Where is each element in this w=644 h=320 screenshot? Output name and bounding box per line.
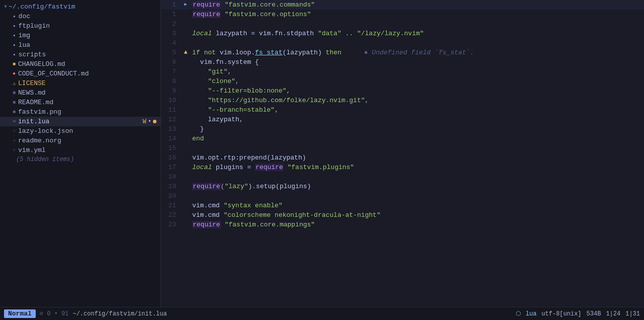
sidebar-item-lua[interactable]: ▪ lua: [0, 40, 160, 50]
line-number: 16: [161, 153, 181, 163]
status-encoding: utf-8[unix]: [541, 310, 581, 317]
file-icon: ●: [13, 71, 16, 76]
sidebar-item-label: LICENSE: [18, 79, 46, 87]
line-number: 13: [161, 124, 181, 134]
line-content: end: [190, 134, 644, 143]
sidebar-item-label: CODE_OF_CONDUCT.md: [18, 70, 89, 77]
line-number: 11: [161, 105, 181, 115]
code-line: 10 "https://github.com/folke/lazy.nvim.g…: [161, 96, 644, 105]
code-line: 14 end: [161, 134, 644, 143]
line-number: 15: [161, 143, 181, 153]
line-number: 8: [161, 76, 181, 86]
sidebar-item-label: lua: [19, 41, 30, 49]
line-number: 21: [161, 201, 181, 210]
code-line: 5 ▲ if not vim.loop.fs_stat(lazypath) th…: [161, 48, 644, 57]
code-line: 11 "--branch=stable",: [161, 105, 644, 115]
file-icon: ○: [13, 138, 16, 143]
sidebar-item-scripts[interactable]: ▪ scripts: [0, 50, 160, 59]
sidebar-item-license[interactable]: ⚠ LICENSE: [0, 78, 160, 88]
folder-icon: ▪: [13, 14, 16, 20]
sidebar: ▼ ~/.config/fastvim ▪ doc ▪ ftplugin ▪ i…: [0, 0, 161, 307]
folder-icon: ▪: [13, 23, 16, 29]
file-icon: ○: [13, 119, 16, 124]
sidebar-item-readme[interactable]: ■ README.md: [0, 98, 160, 107]
line-content: require("lazy").setup(plugins): [190, 182, 644, 191]
sidebar-item-img[interactable]: ▪ img: [0, 31, 160, 40]
line-number: 4: [161, 38, 181, 48]
sidebar-item-lazy-lock[interactable]: ○ lazy-lock.json: [0, 126, 160, 136]
line-content: require "fastvim.core.options": [190, 10, 644, 19]
file-icon: ⚠: [13, 81, 16, 87]
code-line: 19 require("lazy").setup(plugins): [161, 182, 644, 191]
sidebar-root-label: ~/.config/fastvim: [9, 3, 75, 11]
warning-gutter-icon: ▲: [184, 48, 187, 57]
chevron-down-icon: ▼: [4, 4, 7, 10]
sidebar-item-changelog[interactable]: ■ CHANGELOG.md: [0, 59, 160, 69]
sidebar-item-vim-yml[interactable]: ○ vim.yml: [0, 145, 160, 155]
file-icon: ■: [13, 61, 16, 67]
sidebar-item-readme-norg[interactable]: ○ readme.norg: [0, 136, 160, 145]
sidebar-item-news[interactable]: ■ NEWS.md: [0, 88, 160, 98]
sidebar-item-root[interactable]: ▼ ~/.config/fastvim: [0, 2, 160, 12]
code-line: 9 "--filter=blob:none",: [161, 86, 644, 96]
line-number: 22: [161, 210, 181, 220]
sidebar-item-code-of-conduct[interactable]: ● CODE_OF_CONDUCT.md: [0, 69, 160, 78]
line-gutter: ▶: [181, 0, 190, 10]
badge-w: W: [143, 118, 146, 125]
line-content: }: [190, 124, 644, 134]
file-icon: ○: [13, 147, 16, 153]
sidebar-item-label: scripts: [19, 51, 46, 58]
line-content: if not vim.loop.fs_stat(lazypath) then ●…: [190, 48, 644, 57]
line-number: 17: [161, 163, 181, 172]
sidebar-item-init-lua[interactable]: ○ init.lua W •: [0, 117, 160, 126]
sidebar-item-label: CHANGELOG.md: [18, 60, 65, 68]
code-line: 13 }: [161, 124, 644, 134]
sidebar-item-label: NEWS.md: [18, 89, 46, 97]
code-line: 1 ▶ require "fastvim.core.commands": [161, 0, 644, 10]
sidebar-item-fastvim-png[interactable]: ■ fastvim.png: [0, 107, 160, 117]
line-content: require "fastvim.core.commands": [190, 0, 644, 10]
line-content: local plugins = require "fastvim.plugins…: [190, 163, 644, 172]
sidebar-item-label: init.lua: [18, 118, 49, 125]
main-layout: ▼ ~/.config/fastvim ▪ doc ▪ ftplugin ▪ i…: [0, 0, 644, 307]
status-git: ⊙ 0 • 91: [40, 310, 69, 317]
code-line: 15: [161, 143, 644, 153]
line-content: "git",: [190, 67, 644, 76]
editor: 1 ▶ require "fastvim.core.commands" 1 re…: [161, 0, 644, 307]
line-number: 3: [161, 29, 181, 38]
line-content: "--branch=stable",: [190, 105, 644, 115]
status-lang: lua: [526, 310, 537, 317]
line-number: 18: [161, 172, 181, 182]
line-number: 14: [161, 134, 181, 143]
sidebar-item-label: fastvim.png: [18, 108, 61, 116]
line-number: 12: [161, 115, 181, 124]
line-content: vim.cmd "syntax enable": [190, 201, 644, 210]
statusbar: Normal ⊙ 0 • 91 ~/.config/fastvim/init.l…: [0, 307, 644, 320]
statusbar-right: ⬡ lua utf-8[unix] 534B 1|24 1|31: [516, 310, 640, 317]
file-icon: ○: [13, 128, 16, 134]
sidebar-item-label: vim.yml: [18, 146, 46, 154]
line-number: 5: [161, 48, 181, 57]
code-line: 7 "git",: [161, 67, 644, 76]
line-number: 1: [161, 0, 181, 10]
line-number: 2: [161, 19, 181, 29]
badge-dot-orange: [153, 120, 156, 123]
sidebar-item-label: lazy-lock.json: [18, 127, 73, 135]
line-content: "clone",: [190, 76, 644, 86]
file-icon: ■: [13, 90, 16, 96]
line-number: 20: [161, 191, 181, 201]
line-number: 1: [161, 10, 181, 19]
line-content: lazypath,: [190, 115, 644, 124]
line-number: 9: [161, 86, 181, 96]
code-line: 20: [161, 191, 644, 201]
sidebar-item-ftplugin[interactable]: ▪ ftplugin: [0, 21, 160, 31]
sidebar-item-doc[interactable]: ▪ doc: [0, 12, 160, 21]
cursor-indicator: ▶: [184, 0, 187, 10]
editor-content[interactable]: 1 ▶ require "fastvim.core.commands" 1 re…: [161, 0, 644, 307]
folder-icon: ▪: [13, 52, 16, 58]
code-line: 2: [161, 19, 644, 29]
code-line: 6 vim.fn.system {: [161, 57, 644, 67]
status-filesize: 534B: [587, 310, 601, 317]
code-line: 4: [161, 38, 644, 48]
code-line: 17 local plugins = require "fastvim.plug…: [161, 163, 644, 172]
